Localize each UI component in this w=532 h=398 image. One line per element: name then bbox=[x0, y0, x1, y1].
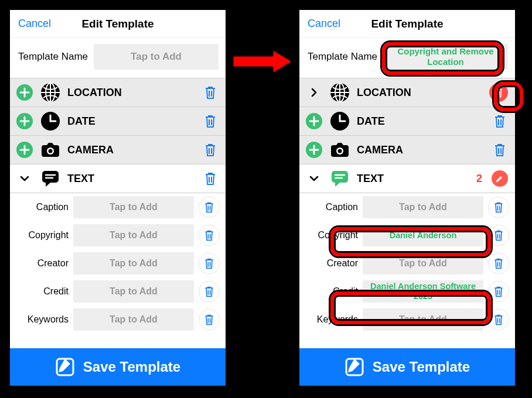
field-label: Credit bbox=[19, 286, 69, 297]
trash-icon[interactable] bbox=[488, 253, 509, 274]
svg-point-18 bbox=[338, 149, 342, 153]
trash-delete-icon[interactable] bbox=[489, 83, 508, 102]
trash-icon[interactable] bbox=[488, 309, 509, 330]
field-input[interactable]: Tap to Add bbox=[73, 224, 194, 246]
field-input[interactable]: Tap to Add bbox=[363, 308, 483, 331]
add-icon[interactable] bbox=[16, 84, 33, 101]
field-label: Caption bbox=[309, 202, 358, 212]
categories-list: LOCATION DATE CAMERA bbox=[10, 78, 226, 348]
field-row-copyright: Copyright Daniel Anderson bbox=[299, 221, 515, 249]
field-input[interactable]: Daniel Anderson Software 2023 bbox=[363, 280, 483, 303]
field-label: Copyright bbox=[309, 230, 358, 241]
field-label: Creator bbox=[309, 258, 358, 269]
add-icon[interactable] bbox=[305, 141, 323, 159]
header: Cancel Edit Template bbox=[299, 10, 515, 38]
category-label: DATE bbox=[357, 115, 486, 128]
edit-template-panel-after: Cancel Edit Template Template Name Copyr… bbox=[296, 7, 518, 389]
field-label: Copyright bbox=[19, 230, 69, 241]
trash-icon[interactable] bbox=[492, 113, 508, 129]
category-label: TEXT bbox=[67, 173, 196, 185]
field-input[interactable]: Tap to Add bbox=[363, 252, 483, 275]
category-row-camera: CAMERA bbox=[10, 135, 226, 164]
field-input[interactable]: Tap to Add bbox=[363, 196, 483, 218]
category-label: DATE bbox=[67, 115, 196, 128]
trash-icon[interactable] bbox=[199, 281, 220, 302]
template-name-label: Template Name bbox=[308, 51, 377, 63]
trash-icon[interactable] bbox=[202, 170, 219, 187]
category-row-camera: CAMERA bbox=[299, 135, 515, 164]
trash-icon[interactable] bbox=[199, 225, 220, 246]
camera-icon bbox=[329, 139, 351, 161]
field-row-keywords: Keywords Tap to Add bbox=[299, 306, 515, 334]
trash-icon[interactable] bbox=[492, 142, 508, 158]
arrow-right-icon bbox=[229, 44, 298, 78]
save-label: Save Template bbox=[83, 359, 180, 375]
globe-icon bbox=[39, 81, 62, 104]
trash-icon[interactable] bbox=[199, 253, 220, 274]
category-row-date: DATE bbox=[10, 107, 226, 136]
trash-icon[interactable] bbox=[199, 309, 220, 330]
field-input[interactable]: Daniel Anderson bbox=[363, 224, 483, 246]
save-template-button[interactable]: Save Template bbox=[299, 348, 515, 386]
field-row-keywords: Keywords Tap to Add bbox=[10, 306, 226, 334]
clock-icon bbox=[39, 110, 62, 132]
text-bubble-icon bbox=[329, 167, 351, 190]
cancel-button[interactable]: Cancel bbox=[10, 18, 51, 30]
field-input[interactable]: Tap to Add bbox=[73, 308, 194, 331]
field-label: Credit bbox=[309, 286, 358, 297]
trash-icon[interactable] bbox=[202, 84, 219, 101]
trash-icon[interactable] bbox=[199, 197, 220, 218]
category-row-text: TEXT bbox=[10, 164, 226, 193]
add-icon[interactable] bbox=[305, 112, 323, 130]
category-label: CAMERA bbox=[67, 144, 196, 156]
edit-count-badge: 2 bbox=[476, 173, 482, 185]
field-row-caption: Caption Tap to Add bbox=[10, 193, 226, 221]
field-row-creator: Creator Tap to Add bbox=[299, 249, 515, 277]
field-label: Keywords bbox=[309, 314, 358, 325]
clock-icon bbox=[329, 110, 351, 132]
chevron-down-icon[interactable] bbox=[305, 170, 323, 187]
header: Cancel Edit Template bbox=[10, 10, 226, 38]
trash-icon[interactable] bbox=[488, 225, 509, 246]
text-bubble-icon bbox=[39, 167, 62, 190]
category-row-text: TEXT 2 bbox=[299, 164, 515, 193]
svg-rect-19 bbox=[332, 171, 348, 183]
field-input[interactable]: Tap to Add bbox=[73, 196, 194, 218]
field-label: Caption bbox=[19, 202, 69, 212]
trash-icon[interactable] bbox=[202, 142, 219, 158]
chevron-down-icon[interactable] bbox=[16, 170, 33, 187]
field-input[interactable]: Tap to Add bbox=[73, 280, 194, 303]
category-label: TEXT bbox=[357, 173, 470, 185]
template-name-input[interactable]: Tap to Add bbox=[94, 44, 219, 70]
category-row-location: LOCATION bbox=[10, 78, 226, 107]
category-row-date: DATE bbox=[299, 107, 515, 136]
camera-icon bbox=[39, 139, 62, 161]
template-name-row: Template Name Copyright and Remove Locat… bbox=[299, 38, 515, 78]
add-icon[interactable] bbox=[16, 141, 33, 159]
field-row-caption: Caption Tap to Add bbox=[299, 193, 515, 221]
field-input[interactable]: Tap to Add bbox=[73, 252, 194, 275]
category-row-location: LOCATION bbox=[299, 78, 515, 107]
field-row-credit: Credit Daniel Anderson Software 2023 bbox=[299, 277, 515, 306]
field-label: Creator bbox=[19, 258, 69, 269]
categories-list: LOCATION DATE CAMERA bbox=[299, 78, 515, 348]
template-name-input[interactable]: Copyright and Remove Location bbox=[383, 44, 508, 70]
trash-icon[interactable] bbox=[202, 113, 219, 129]
template-name-row: Template Name Tap to Add bbox=[10, 38, 226, 78]
svg-rect-9 bbox=[42, 171, 59, 183]
chevron-right-icon[interactable] bbox=[305, 84, 323, 101]
trash-icon[interactable] bbox=[488, 281, 509, 302]
category-label: LOCATION bbox=[67, 87, 196, 99]
field-label: Keywords bbox=[19, 314, 69, 325]
add-icon[interactable] bbox=[16, 112, 33, 130]
globe-icon bbox=[329, 81, 351, 104]
edit-template-panel-before: Cancel Edit Template Template Name Tap t… bbox=[7, 7, 229, 389]
category-label: CAMERA bbox=[357, 144, 486, 156]
field-row-credit: Credit Tap to Add bbox=[10, 277, 226, 306]
edit-icon[interactable] bbox=[492, 170, 508, 187]
category-label: LOCATION bbox=[357, 87, 483, 99]
field-row-creator: Creator Tap to Add bbox=[10, 249, 226, 277]
trash-icon[interactable] bbox=[488, 197, 509, 218]
save-template-button[interactable]: Save Template bbox=[10, 348, 226, 386]
cancel-button[interactable]: Cancel bbox=[299, 18, 340, 30]
